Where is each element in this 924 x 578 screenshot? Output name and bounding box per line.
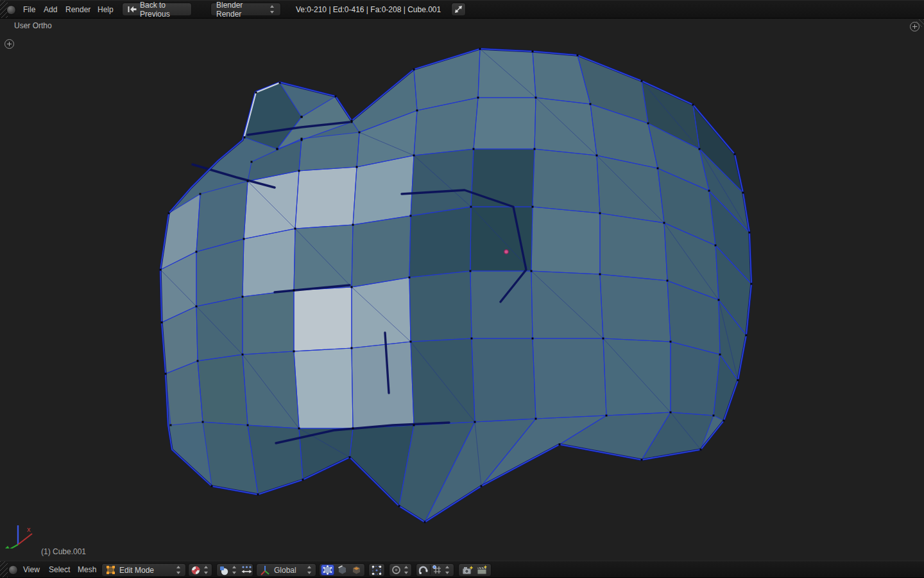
transform-orientation-select[interactable]: Global (256, 563, 316, 577)
pivot-point-icon[interactable] (219, 565, 229, 575)
dropdown-arrows-icon (404, 566, 409, 574)
expand-arrows-icon (454, 5, 463, 13)
select-mode-group (319, 563, 365, 577)
menu-select[interactable]: Select (49, 565, 70, 574)
opengl-render-anim-icon[interactable] (477, 565, 488, 575)
divider (430, 565, 431, 575)
area-corner-handle[interactable] (0, 561, 8, 577)
snap-element-icon[interactable] (432, 565, 442, 575)
axis-x-glyph: x (27, 525, 31, 533)
pivot-group (216, 563, 253, 577)
manipulate-centers-toggle-icon[interactable] (241, 565, 252, 575)
menu-add[interactable]: Add (44, 5, 57, 14)
vertex-select-button[interactable] (321, 565, 334, 575)
edge-select-icon (338, 565, 347, 575)
opengl-render-image-icon[interactable] (462, 565, 474, 575)
proportional-edit-select[interactable] (389, 563, 412, 577)
edge-select-button[interactable] (336, 565, 349, 575)
mode-select-value: Edit Mode (119, 566, 173, 575)
menu-help[interactable]: Help (98, 5, 114, 14)
maximize-area-button[interactable] (451, 3, 466, 16)
occlude-geometry-icon (372, 565, 382, 575)
toolshelf-expand-icon[interactable] (4, 39, 14, 49)
menu-render[interactable]: Render (65, 5, 90, 14)
active-object-label: (1) Cube.001 (41, 547, 86, 556)
viewport-shading-select[interactable] (188, 563, 212, 577)
view-name-label: User Ortho (14, 21, 52, 30)
orientation-select-value: Global (274, 566, 304, 575)
limit-selection-visible-toggle[interactable] (368, 563, 385, 577)
view3d-header-bar: View Select Mesh Edit Mode (0, 561, 924, 578)
snap-group (416, 563, 454, 577)
back-button-label: Back to Previous (140, 1, 186, 19)
mesh-viewport[interactable] (0, 0, 924, 578)
face-select-icon (352, 565, 361, 575)
shading-sphere-icon (191, 565, 201, 575)
back-to-previous-button[interactable]: Back to Previous (122, 3, 192, 16)
render-engine-select[interactable]: Blender Render (210, 3, 281, 16)
snap-magnet-icon[interactable] (418, 565, 428, 575)
info-header-bar: File Add Render Help Back to Previous Bl… (0, 0, 924, 19)
mini-axis-gizmo: x (4, 520, 36, 548)
dropdown-arrows-icon (307, 566, 312, 574)
editor-type-icon[interactable] (6, 5, 16, 15)
menu-mesh[interactable]: Mesh (78, 565, 96, 574)
back-arrow-icon (128, 6, 137, 13)
properties-expand-icon[interactable] (910, 22, 920, 31)
scene-stats-label: Ve:0-210 | Ed:0-416 | Fa:0-208 | Cube.00… (296, 5, 441, 14)
menu-file[interactable]: File (23, 5, 35, 14)
opengl-render-group (458, 563, 492, 577)
dropdown-arrows-icon[interactable] (232, 566, 237, 574)
manipulator-axis-icon (260, 565, 270, 575)
vertex-select-icon (323, 565, 332, 575)
editor-type-icon[interactable] (8, 565, 18, 575)
face-select-button[interactable] (350, 565, 363, 575)
dropdown-arrows-icon (203, 566, 209, 574)
proportional-edit-icon (391, 565, 401, 575)
engine-select-value: Blender Render (216, 1, 264, 19)
edit-mode-icon (106, 565, 116, 575)
dropdown-arrows-icon (176, 566, 182, 574)
dropdown-arrows-icon[interactable] (445, 566, 450, 574)
dropdown-arrows-icon (270, 5, 275, 13)
mode-select[interactable]: Edit Mode (101, 563, 186, 577)
menu-view[interactable]: View (23, 565, 40, 574)
